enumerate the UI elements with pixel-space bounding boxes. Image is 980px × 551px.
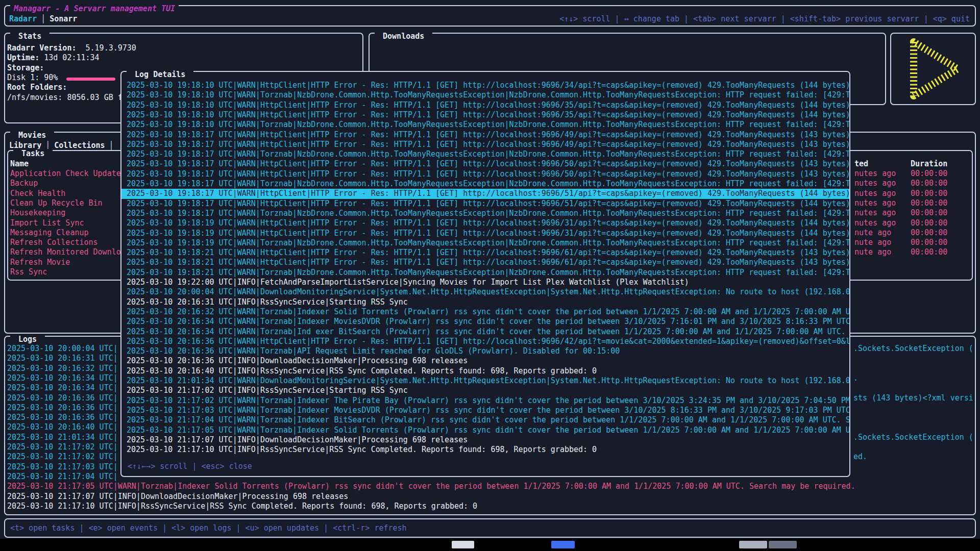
- top-keybindings: <↑↓> scroll | ↔ change tab | <tab> next …: [559, 14, 970, 23]
- log-detail-line[interactable]: 2025-03-10 21:17:04 UTC|WARN|Torznab|Ind…: [127, 415, 849, 425]
- taskbar-fragment: [769, 541, 797, 548]
- log-row-clipped[interactable]: 2025-03-10 20:16:36 UTC|: [7, 403, 118, 413]
- log-detail-line[interactable]: 2025-03-10 19:18:17 UTC|WARN|Torznab|Nzb…: [127, 179, 849, 189]
- task-row-name[interactable]: Backup: [10, 179, 38, 189]
- task-row-executed: nute ago: [854, 247, 891, 258]
- log-detail-line[interactable]: 2025-03-10 21:17:02 UTC|INFO|RssSyncServ…: [127, 386, 849, 396]
- task-row-name[interactable]: Rss Sync: [10, 267, 47, 278]
- tab-separator: │: [105, 141, 118, 150]
- uptime-label: Uptime:: [7, 53, 39, 62]
- task-row-name[interactable]: Housekeeping: [10, 208, 65, 218]
- log-details-body: 2025-03-10 19:18:10 UTC|WARN|HttpClient|…: [121, 72, 849, 476]
- logo-panel: [890, 33, 976, 105]
- task-row-name[interactable]: Clean Up Recycle Bin: [10, 198, 103, 209]
- task-row-name[interactable]: Refresh Monitored Downlo: [10, 247, 121, 258]
- log-detail-line[interactable]: 2025-03-10 21:01:34 UTC|WARN|DownloadMon…: [127, 376, 849, 386]
- task-row-name[interactable]: Application Check Update: [10, 169, 121, 179]
- log-row[interactable]: 2025-03-10 21:17:07 UTC|INFO|DownloadDec…: [7, 492, 348, 502]
- log-detail-line[interactable]: 2025-03-10 19:18:17 UTC|WARN|HttpClient|…: [127, 159, 849, 169]
- log-detail-line[interactable]: 2025-03-10 19:18:10 UTC|WARN|HttpClient|…: [127, 110, 849, 120]
- log-detail-line[interactable]: 2025-03-10 21:17:02 UTC|WARN|Torznab|Ind…: [127, 396, 849, 406]
- log-row-overflow: ed.: [853, 452, 867, 462]
- tab-sonarr[interactable]: Sonarr: [50, 14, 77, 23]
- task-row-duration: 00:00:00: [911, 179, 947, 189]
- log-detail-line[interactable]: 2025-03-10 19:18:17 UTC|WARN|HttpClient|…: [127, 199, 849, 209]
- log-details-footer-keybindings: <↑↓←→> scroll | <esc> close: [128, 462, 252, 471]
- stats-uptime-row: Uptime: 13d 02:11:34: [7, 53, 100, 63]
- tasks-header-name: Name: [10, 159, 29, 169]
- task-row-name[interactable]: Messaging Cleanup: [10, 228, 89, 238]
- log-row[interactable]: 2025-03-10 21:17:10 UTC|INFO|RssSyncServ…: [7, 502, 477, 512]
- log-detail-line[interactable]: 2025-03-10 21:17:07 UTC|INFO|DownloadDec…: [127, 435, 849, 445]
- log-detail-line[interactable]: 2025-03-10 19:18:21 UTC|WARN|HttpClient|…: [127, 258, 849, 268]
- log-detail-line[interactable]: 2025-03-10 20:00:04 UTC|WARN|DownloadMon…: [127, 287, 849, 297]
- log-row-clipped[interactable]: 2025-03-10 21:17:03 UTC|: [7, 462, 118, 472]
- task-row-duration: 00:00:00: [911, 238, 947, 248]
- log-detail-line[interactable]: 2025-03-10 19:18:21 UTC|WARN|HttpClient|…: [127, 248, 849, 258]
- log-detail-line[interactable]: 2025-03-10 20:16:32 UTC|WARN|Torznab|Ind…: [127, 307, 849, 317]
- log-detail-line[interactable]: 2025-03-10 21:17:10 UTC|INFO|RssSyncServ…: [127, 445, 849, 455]
- log-detail-line[interactable]: 2025-03-10 21:17:03 UTC|WARN|Torznab|Ind…: [127, 406, 849, 416]
- disk-label: Disk 1: 90%: [7, 73, 58, 83]
- log-row-overflow: .Sockets.SocketException (: [853, 344, 973, 354]
- task-row-executed: nute ago: [854, 228, 891, 238]
- log-detail-line[interactable]: 2025-03-10 19:18:17 UTC|WARN|HttpClient|…: [121, 189, 849, 199]
- log-detail-line[interactable]: 2025-03-10 19:18:17 UTC|WARN|Torznab|Nzb…: [127, 209, 849, 219]
- log-detail-line[interactable]: 2025-03-10 19:18:10 UTC|WARN|Torznab|Nzb…: [127, 90, 849, 101]
- log-detail-line[interactable]: 2025-03-10 19:18:10 UTC|WARN|HttpClient|…: [127, 81, 849, 91]
- log-detail-line[interactable]: 2025-03-10 19:18:21 UTC|WARN|Torznab|Nzb…: [127, 268, 849, 278]
- log-row-overflow: sts (143 bytes)<?xml versi: [853, 393, 973, 404]
- app-title: Managarr - A Servarr management TUI: [10, 4, 179, 14]
- log-detail-line[interactable]: 2025-03-10 20:16:34 UTC|WARN|Torznab|Ind…: [127, 327, 849, 337]
- log-row-clipped[interactable]: 2025-03-10 20:16:32 UTC|: [7, 364, 118, 374]
- log-detail-line[interactable]: 2025-03-10 19:18:17 UTC|WARN|HttpClient|…: [127, 130, 849, 140]
- task-row-executed: nutes ago: [854, 169, 896, 179]
- log-detail-line[interactable]: 2025-03-10 19:18:19 UTC|WARN|HttpClient|…: [127, 218, 849, 229]
- log-detail-line[interactable]: 2025-03-10 20:16:36 UTC|WARN|HttpClient|…: [127, 337, 849, 347]
- log-row-clipped[interactable]: 2025-03-10 20:16:40 UTC|: [7, 422, 118, 433]
- version-label: Radarr Version:: [7, 43, 76, 53]
- log-detail-line[interactable]: 2025-03-10 19:18:19 UTC|WARN|HttpClient|…: [127, 229, 849, 239]
- log-detail-line[interactable]: 2025-03-10 20:16:40 UTC|INFO|RssSyncServ…: [127, 366, 849, 377]
- log-detail-line[interactable]: 2025-03-10 19:18:17 UTC|WARN|HttpClient|…: [127, 140, 849, 150]
- task-row-duration: 00:00:00: [911, 189, 947, 199]
- task-row-name[interactable]: Import List Sync: [10, 218, 84, 229]
- log-detail-line[interactable]: 2025-03-10 19:18:17 UTC|WARN|HttpClient|…: [127, 169, 849, 180]
- log-row-clipped[interactable]: 2025-03-10 21:17:02 UTC|: [7, 442, 118, 453]
- title-bar: Managarr - A Servarr management TUI Rada…: [4, 5, 976, 27]
- log-detail-line[interactable]: 2025-03-10 19:18:17 UTC|WARN|Torznab|Nzb…: [127, 149, 849, 160]
- log-row-clipped[interactable]: 2025-03-10 20:16:34 UTC|: [7, 383, 118, 393]
- task-row-duration: 00:00:00: [911, 169, 947, 179]
- log-row-clipped[interactable]: 2025-03-10 20:00:04 UTC|: [7, 344, 118, 354]
- log-detail-line[interactable]: 2025-03-10 21:17:05 UTC|WARN|Torznab|Ind…: [127, 425, 849, 436]
- log-detail-line[interactable]: 2025-03-10 19:18:19 UTC|WARN|Torznab|Nzb…: [127, 238, 849, 248]
- log-row-clipped[interactable]: 2025-03-10 20:16:36 UTC|: [7, 413, 118, 423]
- log-row-clipped[interactable]: 2025-03-10 20:16:36 UTC|: [7, 393, 118, 404]
- task-row-name[interactable]: Refresh Collections: [10, 238, 98, 248]
- tab-radarr[interactable]: Radarr: [9, 14, 37, 23]
- log-detail-line[interactable]: 2025-03-10 19:18:10 UTC|WARN|Torznab|Nzb…: [127, 120, 849, 130]
- task-row-name[interactable]: Refresh Movie: [10, 258, 70, 268]
- log-row-clipped[interactable]: 2025-03-10 21:17:04 UTC|: [7, 472, 118, 482]
- log-row-clipped[interactable]: 2025-03-10 21:17:02 UTC|: [7, 452, 118, 462]
- tab-collections[interactable]: Collections: [54, 141, 105, 150]
- log-row-clipped[interactable]: 2025-03-10 20:16:34 UTC|: [7, 373, 118, 384]
- log-row[interactable]: 2025-03-10 21:17:05 UTC|WARN|Torznab|Ind…: [7, 482, 855, 492]
- task-row-executed: nute ago: [854, 238, 891, 248]
- log-row-overflow: .Sockets.SocketException (: [853, 433, 973, 443]
- task-row-executed: nutes ago: [854, 179, 896, 189]
- log-detail-line[interactable]: 2025-03-10 19:18:10 UTC|WARN|HttpClient|…: [127, 101, 849, 111]
- task-row-duration: 00:00:00: [911, 218, 947, 229]
- task-row-name[interactable]: Check Health: [10, 189, 65, 199]
- stats-version-row: Radarr Version: 5.19.3.9730: [7, 43, 136, 54]
- log-detail-line[interactable]: 2025-03-10 20:16:34 UTC|WARN|Torznab|Ind…: [127, 317, 849, 327]
- log-row-clipped[interactable]: 2025-03-10 20:16:31 UTC|: [7, 354, 118, 364]
- log-detail-line[interactable]: 2025-03-10 20:16:31 UTC|INFO|RssSyncServ…: [127, 297, 849, 308]
- log-detail-line[interactable]: 2025-03-10 20:16:36 UTC|WARN|Torznab|API…: [127, 346, 849, 357]
- tab-separator: │: [37, 14, 50, 23]
- uptime-value: 13d 02:11:34: [39, 53, 99, 62]
- log-row-clipped[interactable]: 2025-03-10 21:01:34 UTC|: [7, 433, 118, 443]
- log-detail-line[interactable]: 2025-03-10 20:16:36 UTC|INFO|DownloadDec…: [127, 356, 849, 366]
- task-row-duration: 00:00:00: [911, 228, 947, 238]
- log-detail-line[interactable]: 2025-03-10 19:22:00 UTC|INFO|FetchAndPar…: [127, 278, 849, 288]
